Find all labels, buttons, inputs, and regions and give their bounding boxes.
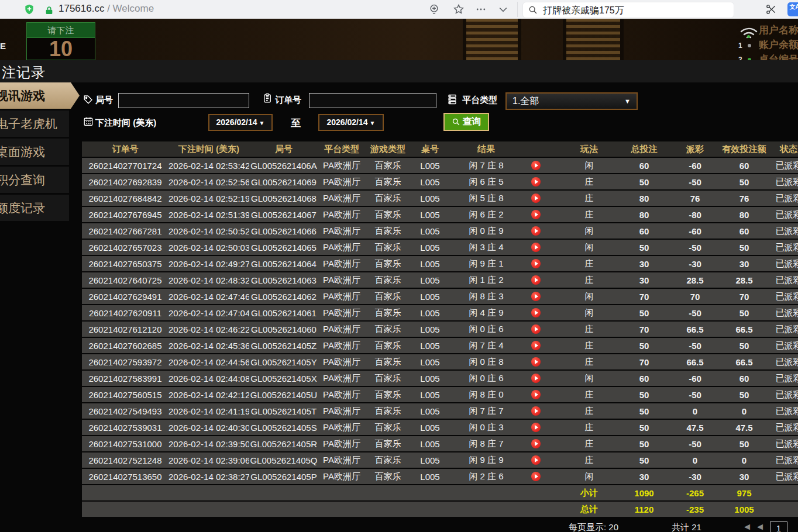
date-from-value: 2026/02/14 [216,118,257,127]
replay-play-icon[interactable] [531,308,541,317]
address-url[interactable]: 175616.cc / Welcome [59,3,154,15]
replay-play-icon[interactable] [531,423,541,432]
scissors-icon[interactable] [765,4,777,15]
cell-status: 已派彩 [772,403,798,419]
summary-status-empty [772,502,798,517]
cell-order-id: 260214027583991 [82,371,168,386]
cell-round-id: GL0052621405R [249,436,318,451]
platform-select[interactable]: 1.全部 ▼ [505,92,638,110]
cell-payout: -60 [674,223,716,239]
cell-table: L005 [411,256,449,271]
cell-result: 闲 9 庄 9 [449,452,564,468]
cell-valid: 80 [716,207,772,222]
replay-play-icon[interactable] [531,177,541,186]
replay-play-icon[interactable] [531,161,541,170]
reader-mode-icon[interactable] [428,4,440,15]
cell-result: 闲 0 庄 3 [449,420,564,435]
replay-play-icon[interactable] [531,194,541,203]
table-row: 2602140276928392026-02-14 02:52:56GL0052… [82,174,798,189]
first-page-arrow-icon[interactable]: ◀ [744,522,750,531]
cell-time: 2026-02-14 02:42:12 [168,387,249,402]
replay-play-icon[interactable] [531,210,541,219]
replay-play-icon[interactable] [531,455,541,465]
column-header: 平台类型 [318,141,365,157]
favorite-star-icon[interactable] [453,4,465,15]
replay-play-icon[interactable] [531,439,541,448]
cell-time: 2026-02-14 02:39:06 [168,452,249,468]
sidebar-item-table-games[interactable]: 桌面游戏 [0,139,69,165]
replay-play-icon[interactable] [531,357,541,367]
cell-bet: 50 [614,174,674,189]
more-menu-icon[interactable] [475,4,487,15]
cell-result: 闲 8 庄 0 [449,387,564,402]
summary-payout: -265 [674,485,716,500]
column-header: 下注时间 (美东) [168,141,249,157]
cell-play: 庄 [564,191,614,206]
cell-platform: PA欧洲厅 [318,223,365,239]
cell-round-id: GL00526214069 [249,174,318,189]
date-to-picker[interactable]: 2026/02/14▼ [318,114,384,131]
sidebar-item-video-games[interactable]: 视讯游戏 [0,82,80,109]
order-input[interactable] [309,93,436,108]
subtotal-row: 小计1090-265975 [82,485,798,500]
translate-icon[interactable]: 文A [787,2,798,16]
sidebar-item-quota-records[interactable]: 额度记录 [0,195,69,221]
cell-payout: 0 [674,403,716,419]
replay-play-icon[interactable] [531,406,541,416]
cell-payout: -50 [674,240,716,255]
cell-valid: 60 [716,223,772,239]
replay-play-icon[interactable] [531,324,541,334]
cell-order-id: 260214027640725 [82,272,168,288]
cell-result: 闲 2 庄 6 [449,469,564,484]
summary-valid-bet: 975 [716,485,772,500]
marker-2: 2 [738,56,742,60]
cell-time: 2026-02-14 02:44:56 [168,354,249,369]
replay-play-icon[interactable] [531,374,541,383]
cell-payout: -50 [674,387,716,402]
replay-play-icon[interactable] [531,259,541,268]
cell-payout: -30 [674,469,716,484]
cell-status: 已派彩 [772,272,798,288]
cell-order-id: 260214027539031 [82,420,168,435]
replay-play-icon[interactable] [531,341,541,350]
replay-play-icon[interactable] [531,243,541,252]
lock-icon[interactable] [44,5,54,16]
round-input[interactable] [118,93,249,108]
replay-play-icon[interactable] [531,472,541,481]
cell-round-id: GL00526214065 [249,240,318,255]
cell-valid: 50 [716,436,772,451]
cell-round-id: GL00526214061 [249,305,318,320]
page-number-box[interactable]: 1 [770,521,787,532]
query-button[interactable]: 查询 [443,113,489,131]
replay-play-icon[interactable] [531,226,541,236]
replay-play-icon[interactable] [531,390,541,399]
cell-result: 闲 0 庄 8 [449,354,564,369]
cell-valid: 50 [716,174,772,189]
cell-table: L005 [411,272,449,288]
cell-status: 已派彩 [772,322,798,337]
cell-valid: 50 [716,240,772,255]
replay-play-icon[interactable] [531,292,541,301]
browser-search[interactable]: 打牌被亲戚骗175万 [522,2,734,18]
cell-result: 闲 8 庄 7 [449,436,564,451]
sidebar-item-slots[interactable]: 电子老虎机 [0,110,69,137]
shield-plus-icon[interactable] [23,4,35,15]
date-from-picker[interactable]: 2026/02/14▼ [208,114,273,131]
chevron-down-icon[interactable] [497,4,509,15]
sidebar-item-points-query[interactable]: 积分查询 [0,167,69,193]
cell-order-id: 260214027684842 [82,191,168,206]
cell-game: 百家乐 [365,371,411,386]
cell-order-id: 260214027676945 [82,207,168,222]
platform-select-value: 1.全部 [512,96,539,106]
cell-order-id: 260214027692839 [82,174,168,189]
cell-status: 已派彩 [772,354,798,369]
cell-table: L005 [411,387,449,402]
cell-platform: PA欧洲厅 [318,207,365,222]
cell-bet: 50 [614,452,674,468]
cell-platform: PA欧洲厅 [318,191,365,206]
table-row: 2602140276848422026-02-14 02:52:19GL0052… [82,191,798,206]
summary-valid-bet: 1005 [716,502,772,517]
account-info-label: 账户余额 [759,40,798,50]
prev-page-arrow-icon[interactable]: ◀ [757,522,763,531]
replay-play-icon[interactable] [531,275,541,285]
